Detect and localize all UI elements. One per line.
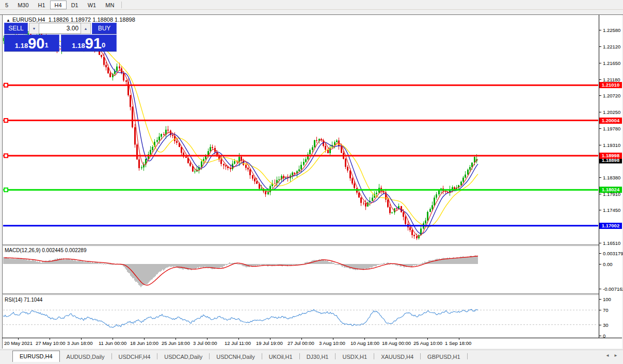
time-tick-mark — [238, 338, 239, 340]
time-tick-mark — [81, 338, 82, 340]
rsi-tick-mark — [599, 325, 601, 325]
time-tick-mark — [144, 338, 145, 340]
rsi-panel-chart[interactable] — [3, 295, 599, 338]
rsi-tick-mark — [599, 336, 601, 336]
buy-button[interactable]: BUY — [92, 23, 117, 34]
rsi-tick-label: 100 — [603, 296, 611, 302]
time-tick-label: 3 Jul 00:00 — [193, 340, 217, 346]
timeframe-button-M30[interactable]: M30 — [13, 1, 33, 9]
trading-terminal: { "toolbar": { "buttons": [ {"label": "5… — [0, 0, 623, 364]
time-tick-mark — [18, 338, 19, 340]
time-tick-mark — [427, 338, 428, 340]
price-tick-mark — [599, 95, 601, 96]
tab-scroll-right-button[interactable]: ► — [614, 353, 618, 358]
time-tick-label: 19 Jul 19:00 — [256, 340, 283, 346]
macd-tick-label: 0.003179 — [603, 251, 623, 256]
level-price-tag: 1.17002 — [599, 223, 622, 229]
chart-tab-EURUSD-H4[interactable]: EURUSD,H4 — [12, 351, 60, 362]
sell-button[interactable]: SELL — [4, 23, 28, 34]
rsi-tick-label: 70 — [603, 307, 609, 313]
price-tick-label: 1.19780 — [603, 126, 620, 131]
tab-separator — [467, 353, 468, 359]
tab-scroll-left-button[interactable]: ◄ — [605, 353, 610, 358]
sell-price-prefix: 1.18 — [15, 41, 28, 51]
macd-label: MACD(12,26,9) 0.002445 0.002289 — [5, 247, 86, 253]
rsi-tick-mark — [599, 310, 601, 310]
time-tick-label: 10 Aug 18:00 — [350, 340, 379, 346]
timeframe-button-H1[interactable]: H1 — [34, 1, 50, 9]
sell-price-big: 90 — [28, 36, 44, 51]
chart-title: ▲EURUSD,H4 1.18826 1.18972 1.18808 1.188… — [6, 16, 135, 23]
time-tick-label: 18 Jun 10:00 — [130, 340, 158, 346]
level-price-tag: 1.18024 — [599, 187, 622, 193]
time-axis: 20 May 202127 May 10:003 Jun 18:0011 Jun… — [3, 338, 622, 349]
timeframe-button-H4[interactable]: H4 — [50, 1, 67, 9]
timeframe-toolbar: 5M30H1H4D1W1MN — [0, 0, 623, 10]
time-tick-label: 3 Jun 18:00 — [67, 340, 93, 346]
time-tick-mark — [113, 338, 113, 340]
one-click-trading-panel: SELL ▼ ▲ BUY 1.18901 1.18910 — [4, 23, 117, 52]
timeframe-button-5[interactable]: 5 — [1, 1, 13, 9]
chart-tab-bar: ◄ ► EURUSD,H4AUDUSD,DailyUSDCHF,H4USDCAD… — [0, 350, 623, 362]
sell-quote-button[interactable]: 1.18901 — [4, 35, 59, 52]
rsi-tick-label: 0 — [603, 333, 605, 339]
price-axis: 1.225801.221201.216501.211801.207201.202… — [599, 15, 622, 338]
timeframe-button-W1[interactable]: W1 — [83, 1, 101, 9]
volume-stepper: ▼ ▲ — [29, 23, 91, 34]
time-tick-label: 18 Aug 00:00 — [382, 340, 411, 346]
chart-tab-USDCHF-H4[interactable]: USDCHF,H4 — [112, 352, 157, 362]
macd-panel-chart[interactable] — [3, 246, 599, 293]
volume-decrease-button[interactable]: ▼ — [29, 23, 39, 34]
collapse-icon[interactable]: ▲ — [6, 18, 10, 23]
volume-input[interactable] — [39, 23, 81, 34]
chart-tab-XAUUSD-H4[interactable]: XAUUSD,H4 — [374, 352, 420, 362]
time-tick-label: 25 Jun 18:00 — [162, 340, 190, 346]
time-tick-mark — [459, 338, 459, 340]
timeframe-button-MN[interactable]: MN — [101, 1, 119, 9]
time-tick-label: 27 May 10:00 — [36, 340, 66, 346]
level-price-tag: 1.21010 — [599, 82, 622, 88]
volume-increase-button[interactable]: ▲ — [81, 23, 91, 34]
timeframe-button-D1[interactable]: D1 — [67, 1, 83, 9]
time-tick-mark — [301, 338, 302, 340]
chart-tab-GBPUSD-H1[interactable]: GBPUSD,H1 — [421, 352, 467, 362]
price-tick-mark — [599, 145, 601, 145]
price-tick-label: 1.17450 — [603, 207, 620, 213]
chart-tab-DJ30-H1[interactable]: DJ30,H1 — [300, 352, 336, 362]
macd-tick-mark — [599, 264, 601, 264]
time-tick-mark — [175, 338, 176, 340]
panel-separator[interactable] — [2, 293, 622, 294]
time-tick-label: 1 Sep 18:00 — [445, 340, 471, 346]
price-tick-mark — [599, 128, 601, 129]
chart-tab-UKOil-H1[interactable]: UKOil,H1 — [262, 352, 299, 362]
price-tick-label: 1.22120 — [603, 44, 620, 49]
chart-tab-AUDUSD-Daily[interactable]: AUDUSD,Daily — [60, 352, 111, 362]
chart-tab-USDCNH-Daily[interactable]: USDCNH,Daily — [210, 352, 262, 362]
toolbar-separator — [121, 2, 122, 8]
panel-separator — [2, 294, 622, 295]
price-tick-label: 1.16510 — [603, 240, 620, 246]
price-tick-mark — [599, 243, 601, 243]
time-tick-mark — [207, 338, 207, 340]
price-tick-label: 1.18380 — [603, 175, 620, 180]
panel-separator — [2, 245, 622, 246]
buy-price-prefix: 1.18 — [72, 41, 85, 51]
macd-tick-label: -0.007162 — [603, 286, 623, 292]
time-tick-mark — [396, 338, 396, 340]
sell-price-sup: 1 — [44, 35, 48, 56]
buy-quote-button[interactable]: 1.18910 — [61, 35, 117, 52]
panel-separator[interactable] — [2, 244, 622, 245]
time-tick-label: 20 May 2021 — [4, 340, 33, 346]
rsi-tick-mark — [599, 299, 601, 300]
price-tick-label: 1.22580 — [603, 27, 620, 33]
price-tick-label: 1.19310 — [603, 142, 620, 148]
chart-tab-USDCAD-Daily[interactable]: USDCAD,Daily — [157, 352, 209, 362]
chart-tab-USDX-H1[interactable]: USDX,H1 — [336, 352, 374, 362]
price-tick-label: 1.20250 — [603, 109, 620, 115]
time-tick-label: 11 Jun 00:00 — [99, 340, 126, 346]
price-tick-mark — [599, 79, 601, 80]
time-tick-mark — [270, 338, 270, 340]
time-tick-label: 12 Jul 11:00 — [225, 340, 251, 346]
price-tick-mark — [599, 210, 601, 210]
level-price-tag: 1.18998 — [599, 153, 622, 159]
